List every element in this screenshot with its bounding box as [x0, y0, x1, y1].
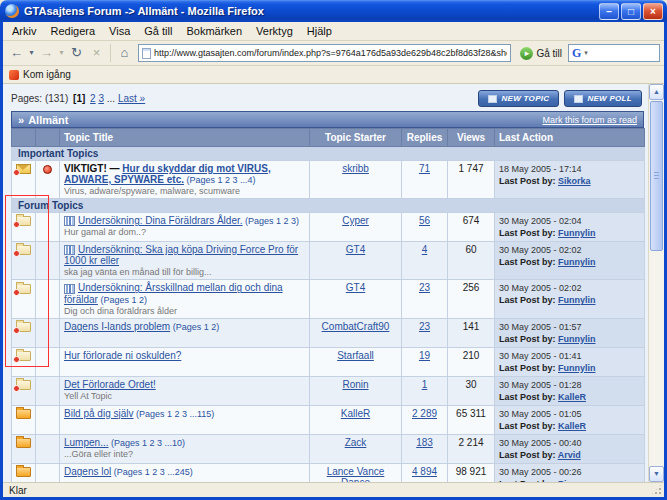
last-post-by-label: Last Post by:	[499, 334, 558, 344]
new-poll-button[interactable]: NEW POLL	[564, 90, 642, 107]
last-post-author-link[interactable]: Funnylin	[558, 257, 596, 267]
mark-forum-read-link[interactable]: Mark this forum as read	[542, 115, 637, 125]
google-engine-icon: G	[572, 46, 581, 61]
last-post-author-link[interactable]: KalleR	[558, 421, 586, 431]
topic-starter-link[interactable]: skribb	[342, 163, 369, 174]
menu-verktyg[interactable]: Verktyg	[249, 23, 300, 39]
toolbar-separator	[110, 44, 111, 62]
titlebar[interactable]: GTAsajtens Forum -> Allmänt - Mozilla Fi…	[0, 0, 667, 22]
topic-title-link[interactable]: Undersökning: Årsskillnad mellan dig och…	[64, 282, 283, 304]
topic-starter-link[interactable]: GT4	[346, 282, 365, 293]
topic-starter-link[interactable]: GT4	[346, 244, 365, 255]
menu-bokm-rken[interactable]: Bokmärken	[179, 23, 249, 39]
replies-link[interactable]: 23	[419, 282, 430, 293]
home-icon[interactable]: ⌂	[115, 42, 134, 64]
last-post-author-link[interactable]: KalleR	[558, 392, 586, 402]
pagination-page-2-link[interactable]: 2	[90, 93, 96, 104]
search-input[interactable]: G ▾	[568, 44, 660, 62]
topic-starter-link[interactable]: KalleR	[341, 408, 370, 419]
last-post-author-link[interactable]: Funnylin	[558, 228, 596, 238]
last-post-date: 30 May 2005 - 01:57	[499, 321, 640, 333]
topic-starter-link[interactable]: Zack	[345, 437, 367, 448]
minimize-button[interactable]: –	[599, 3, 619, 20]
back-dropdown-icon[interactable]: ▾	[27, 42, 36, 64]
topic-title-link[interactable]: Dagens I-lands problem	[64, 321, 170, 332]
section-title: Forum Topics	[12, 199, 645, 213]
stop-icon[interactable]: ×	[87, 42, 106, 64]
topic-status-cell	[12, 213, 36, 242]
replies-link[interactable]: 19	[419, 350, 430, 361]
replies-link[interactable]: 4	[422, 244, 428, 255]
resize-grip[interactable]	[650, 483, 663, 496]
column-replies: Replies	[402, 129, 448, 147]
topic-row: VIKTIGT! — Hur du skyddar dig mot VIRUS,…	[12, 161, 645, 199]
menu-redigera[interactable]: Redigera	[43, 23, 102, 39]
replies-link[interactable]: 23	[419, 321, 430, 332]
topic-title-link[interactable]: Det Förlorade Ordet!	[64, 379, 156, 390]
topic-title-link[interactable]: Bild på dig själv	[64, 408, 133, 419]
scrollbar-track[interactable]	[649, 100, 664, 466]
replies-link[interactable]: 2 289	[412, 408, 437, 419]
last-post-date: 30 May 2005 - 00:40	[499, 437, 640, 449]
back-icon[interactable]: ←	[7, 42, 26, 64]
url-text[interactable]: http://www.gtasajten.com/forum/index.php…	[154, 48, 507, 58]
search-engine-dropdown-icon[interactable]: ▾	[584, 49, 588, 57]
topic-starter-cell: KalleR	[310, 405, 402, 434]
topic-pages-links[interactable]: (Pages 1 2)	[170, 322, 219, 332]
new-posts-folder-icon	[16, 245, 31, 255]
last-post-by: Last Post by: Funnylin	[499, 256, 640, 268]
replies-link[interactable]: 56	[419, 215, 430, 226]
scroll-down-icon[interactable]: ▼	[649, 466, 664, 482]
topic-starter-link[interactable]: Cyper	[342, 215, 369, 226]
topic-starter-link[interactable]: Lance Vance Dance	[327, 466, 385, 482]
topic-title-link[interactable]: Undersökning: Ska jag köpa Driving Force…	[64, 244, 298, 266]
close-button[interactable]: ×	[643, 3, 663, 20]
topic-pages-links[interactable]: (Pages 1 2 3 ...10)	[108, 438, 185, 448]
topic-pages-links[interactable]: (Pages 1 2 3)	[243, 216, 300, 226]
menu-visa[interactable]: Visa	[102, 23, 137, 39]
last-post-author-link[interactable]: Arvid	[558, 450, 581, 460]
topic-pages-links[interactable]: (Pages 1 2)	[98, 295, 147, 305]
forward-dropdown-icon[interactable]: ▾	[57, 42, 66, 64]
topic-title-link[interactable]: Hur förlorade ni oskulden?	[64, 350, 181, 361]
menu-hj-lp[interactable]: Hjälp	[300, 23, 339, 39]
maximize-button[interactable]: □	[621, 3, 641, 20]
topic-title-link[interactable]: Lumpen...	[64, 437, 108, 448]
vertical-scrollbar[interactable]: ▲ ▼	[648, 84, 664, 482]
last-post-author-link[interactable]: Sikorka	[558, 176, 591, 186]
reload-icon[interactable]: ↻	[67, 42, 86, 64]
last-post-author-link[interactable]: Funnylin	[558, 363, 596, 373]
topic-starter-cell: Lance Vance Dance	[310, 463, 402, 482]
scroll-up-icon[interactable]: ▲	[649, 84, 664, 100]
new-topic-button[interactable]: NEW TOPIC	[478, 90, 559, 107]
topic-title-link[interactable]: Undersökning: Dina Föräldrars Ålder.	[78, 215, 243, 226]
bookmark-kom-igang[interactable]: Kom igång	[23, 69, 71, 80]
topic-title-cell: Bild på dig själv (Pages 1 2 3 ...115)	[60, 405, 310, 434]
menu-g-till[interactable]: Gå till	[137, 23, 179, 39]
new-posts-folder-icon	[16, 284, 31, 294]
pagination-page-3-link[interactable]: 3	[98, 93, 104, 104]
topic-starter-link[interactable]: CombatCraft90	[322, 321, 390, 332]
pagination-label: Pages: (131)	[11, 93, 68, 104]
menu-arkiv[interactable]: Arkiv	[5, 23, 43, 39]
topic-pages-links[interactable]: (Pages 1 2 3 ...245)	[111, 467, 193, 477]
address-bar[interactable]: http://www.gtasajten.com/forum/index.php…	[138, 44, 511, 62]
last-post-author-link[interactable]: Funnylin	[558, 295, 596, 305]
replies-link[interactable]: 4 894	[412, 466, 437, 477]
topic-title-link[interactable]: Dagens lol	[64, 466, 111, 477]
go-button[interactable]: ▸ Gå till	[515, 43, 567, 63]
last-post-author-link[interactable]: Funnylin	[558, 334, 596, 344]
scrollbar-thumb[interactable]	[650, 101, 663, 251]
topic-starter-link[interactable]: Starfaall	[337, 350, 374, 361]
topic-starter-cell: GT4	[310, 280, 402, 318]
topic-starter-link[interactable]: Ronin	[342, 379, 368, 390]
topic-status-cell	[12, 434, 36, 463]
replies-link[interactable]: 71	[419, 163, 430, 174]
replies-link[interactable]: 183	[416, 437, 433, 448]
pagination-last-link[interactable]: Last »	[118, 93, 145, 104]
topic-pages-links[interactable]: (Pages 1 2 3 ...115)	[133, 409, 214, 419]
poll-icon	[64, 216, 75, 226]
forward-icon[interactable]: →	[37, 42, 56, 64]
replies-link[interactable]: 1	[422, 379, 428, 390]
topic-pages-links[interactable]: (Pages 1 2 3 ...4)	[184, 175, 256, 185]
